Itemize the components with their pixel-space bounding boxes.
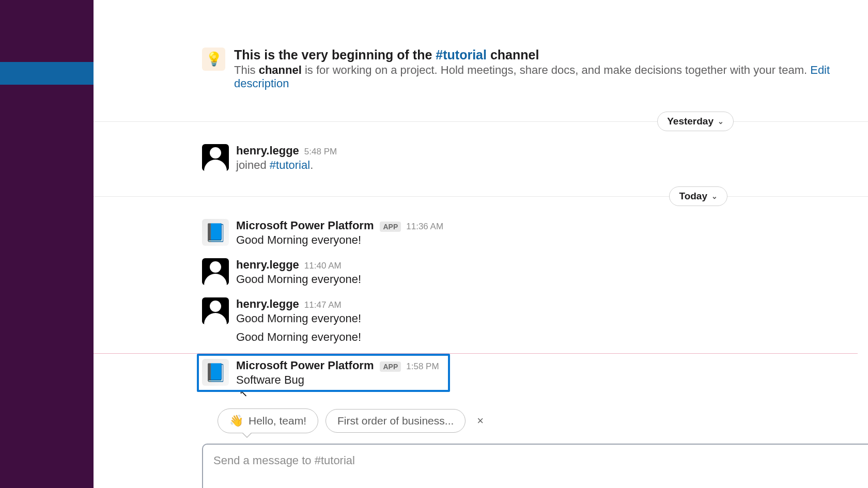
intro-title-suffix: channel — [487, 48, 539, 62]
message-text: Good Morning everyone! — [236, 233, 858, 247]
app-badge: APP — [380, 222, 401, 232]
date-pill-label: Today — [679, 191, 707, 202]
msg-text-post: . — [310, 159, 313, 171]
sidebar-item-1[interactable]: ls — [0, 85, 94, 107]
message-row[interactable]: 📘 Microsoft Power Platform APP 11:36 AM … — [202, 217, 858, 249]
selected-text: Software Bug — [236, 373, 304, 386]
message-list-today: 📘 Microsoft Power Platform APP 11:36 AM … — [94, 217, 868, 399]
intro-sub-rest: is for working on a project. Hold meetin… — [302, 64, 810, 76]
date-pill-yesterday[interactable]: Yesterday ⌄ — [657, 112, 734, 131]
suggestion-chips: 👋 Hello, team! First order of business..… — [94, 408, 868, 433]
wave-icon: 👋 — [229, 414, 243, 428]
channel-link[interactable]: #tutorial — [270, 159, 310, 171]
avatar-user[interactable] — [202, 144, 229, 171]
message-author[interactable]: henry.legge — [236, 297, 299, 311]
message-time: 5:48 PM — [304, 147, 337, 157]
divider-line — [94, 121, 868, 122]
message-text: Good Morning everyone! — [236, 330, 361, 344]
chip-label: First order of business... — [337, 415, 454, 427]
message-row[interactable]: henry.legge 5:48 PM joined #tutorial. — [202, 142, 858, 174]
message-author[interactable]: Microsoft Power Platform — [236, 359, 374, 372]
composer-wrap: Send a message to #tutorial — [94, 433, 868, 488]
message-text: Software Bug — [236, 373, 445, 387]
composer-placeholder: Send a message to #tutorial — [213, 454, 858, 467]
chip-first-order[interactable]: First order of business... — [326, 409, 466, 433]
date-divider-yesterday: Yesterday ⌄ — [94, 111, 868, 132]
avatar-user[interactable] — [202, 297, 229, 324]
date-divider-today: Today ⌄ — [94, 186, 868, 207]
sidebar-item-4[interactable]: ates — [0, 152, 94, 175]
message-time: 1:58 PM — [406, 361, 439, 372]
message-time: 11:47 AM — [304, 300, 342, 310]
message-author[interactable]: Microsoft Power Platform — [236, 219, 374, 232]
message-author[interactable]: henry.legge — [236, 258, 299, 272]
message-composer[interactable]: Send a message to #tutorial — [202, 444, 868, 488]
intro-sub-prefix: This — [234, 64, 259, 76]
message-row-continuation[interactable]: Good Morning everyone! — [236, 327, 858, 346]
app-badge: APP — [380, 361, 401, 372]
chip-label: Hello, team! — [249, 415, 306, 427]
message-row-highlighted[interactable]: 📘 Microsoft Power Platform APP 1:58 PM S… — [197, 354, 450, 392]
avatar-app[interactable]: 📘 — [202, 219, 229, 246]
message-text: Good Morning everyone! — [236, 312, 858, 325]
date-pill-today[interactable]: Today ⌄ — [669, 186, 727, 206]
date-pill-label: Yesterday — [667, 116, 714, 127]
chips-close-button[interactable]: × — [473, 412, 488, 430]
sidebar-item-0[interactable]: Threads — [0, 62, 94, 85]
chevron-down-icon: ⌄ — [711, 192, 718, 200]
divider-line — [94, 196, 868, 197]
avatar-user[interactable] — [202, 258, 229, 285]
sidebar: Threads ls es (you) ates — [0, 0, 94, 488]
lightbulb-icon: 💡 — [202, 48, 225, 71]
channel-intro: 💡 This is the very beginning of the #tut… — [94, 0, 868, 106]
sidebar-item-3[interactable]: (you) — [0, 130, 94, 152]
chip-hello-team[interactable]: 👋 Hello, team! — [218, 408, 318, 433]
intro-subtitle: This channel is for working on a project… — [234, 64, 858, 90]
intro-sub-bold: channel — [259, 64, 302, 76]
message-text: Good Morning everyone! — [236, 273, 858, 286]
avatar-app[interactable]: 📘 — [202, 359, 229, 386]
message-row[interactable]: henry.legge 11:47 AM Good Morning everyo… — [202, 295, 858, 327]
intro-title-prefix: This is the very beginning of the — [234, 48, 436, 62]
chevron-down-icon: ⌄ — [718, 117, 724, 125]
intro-title: This is the very beginning of the #tutor… — [234, 48, 858, 62]
message-list: henry.legge 5:48 PM joined #tutorial. — [94, 142, 868, 189]
message-author[interactable]: henry.legge — [236, 144, 299, 158]
message-time: 11:36 AM — [406, 222, 443, 232]
message-time: 11:40 AM — [304, 261, 342, 271]
intro-channel-link[interactable]: #tutorial — [436, 48, 487, 62]
sidebar-item-2[interactable]: es — [0, 107, 94, 130]
message-text: joined #tutorial. — [236, 159, 858, 172]
msg-text-pre: joined — [236, 159, 270, 171]
main-panel: 💡 This is the very beginning of the #tut… — [94, 0, 868, 488]
message-row[interactable]: henry.legge 11:40 AM Good Morning everyo… — [202, 256, 858, 288]
